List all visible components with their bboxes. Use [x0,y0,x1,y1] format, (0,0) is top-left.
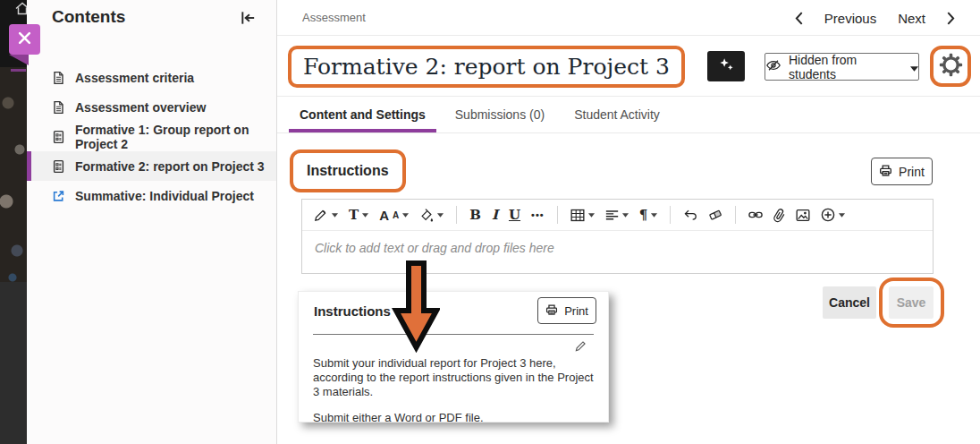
document-icon [52,100,65,115]
preview-card-title: Instructions [314,303,391,319]
sidebar-item-formative-2[interactable]: Formative 2: report on Project 3 [27,151,276,181]
preview-card-body: Submit your individual report for Projec… [313,356,597,425]
toolbar-separator [735,206,736,224]
print-button[interactable]: Print [871,158,933,185]
chevron-right-icon[interactable] [947,12,955,25]
editor-text-area[interactable]: Click to add text or drag and drop files… [302,231,933,274]
caret-down-icon [651,213,657,218]
tab-bar: Content and Settings Submissions (0) Stu… [277,97,980,133]
clear-formatting-icon[interactable] [708,209,722,221]
eye-slash-icon [765,59,781,74]
more-formatting-icon[interactable]: ••• [531,209,545,220]
ai-assist-button[interactable] [707,51,745,81]
editor-toolbar: T AA B I U ••• [302,200,933,231]
collapse-sidebar-icon[interactable] [240,10,257,30]
sidebar-title: Contents [52,7,125,27]
cancel-button[interactable]: Cancel [823,286,876,319]
app-rail [0,0,27,444]
caret-down-icon [622,213,629,218]
sidebar-item-label: Formative 2: report on Project 3 [75,159,265,174]
link-icon[interactable] [748,210,763,219]
print-label: Print [564,304,588,318]
sidebar-item-label: Summative: Individual Project [75,189,254,203]
caret-down-icon [839,213,845,218]
font-size-icon[interactable]: AA [379,208,409,223]
insert-content-icon[interactable] [821,208,845,222]
page-title: Formative 2: report on Project 3 [303,54,670,80]
underline-icon[interactable]: U [509,207,520,223]
tab-label: Submissions (0) [455,107,545,122]
tab-label: Content and Settings [300,107,426,122]
sidebar-item-label: Assessment overview [75,100,206,115]
toolbar-separator [456,206,457,224]
preview-card-divider [313,334,594,335]
sidebar-item-label: Formative 1: Group report on Project 2 [75,123,276,151]
annotation-instructions-highlight: Instructions [290,149,406,192]
print-label: Print [899,165,925,179]
course-banner-image [0,67,27,282]
italic-icon[interactable]: I [492,207,498,223]
tab-submissions[interactable]: Submissions (0) [455,97,545,132]
editor-placeholder: Click to add text or drag and drop files… [315,241,554,255]
caret-down-icon [362,213,368,218]
caret-down-icon [588,213,595,218]
home-icon[interactable] [15,2,27,19]
table-icon[interactable] [570,209,595,222]
edit-pencil-icon[interactable] [575,339,587,355]
preview-paragraph: Submit your individual report for Projec… [313,356,597,399]
assessment-editor-page: Contents Assessment criteria Assessment … [0,0,980,444]
preview-print-button[interactable]: Print [537,297,596,324]
image-icon[interactable] [796,209,810,222]
paragraph-icon[interactable]: ¶ [639,207,658,223]
instructions-editor: T AA B I U ••• [301,199,934,274]
close-panel-button[interactable] [9,24,40,55]
preview-paragraph: Submit either a Word or PDF file. [313,411,597,425]
sidebar-item-assessment-overview[interactable]: Assessment overview [27,92,276,122]
caret-down-icon [332,213,338,218]
breadcrumb: Assessment [302,11,366,24]
tab-content-and-settings[interactable]: Content and Settings [300,97,426,132]
rail-accent-bar [11,69,26,72]
caret-down-icon [437,213,444,218]
instructions-section-title: Instructions [307,163,389,179]
visibility-dropdown[interactable]: Hidden from students [765,53,919,81]
printer-icon [545,303,558,319]
sparkle-icon [718,56,735,76]
cancel-label: Cancel [829,295,870,310]
bold-icon[interactable]: B [469,207,481,223]
chevron-down-icon [910,60,918,74]
font-family-icon[interactable]: T [349,207,368,223]
fill-color-icon[interactable] [419,208,444,222]
topbar: Assessment Previous Next [277,0,980,36]
close-icon [18,31,31,48]
sidebar-item-formative-1[interactable]: Formative 1: Group report on Project 2 [27,122,276,151]
sidebar-item-summative[interactable]: Summative: Individual Project [27,181,276,210]
previous-button[interactable]: Previous [824,11,876,26]
tab-label: Student Activity [574,107,660,122]
chevron-left-icon[interactable] [795,12,803,25]
toolbar-separator [670,206,671,224]
pager: Previous Next [795,0,955,36]
assignment-icon [52,159,65,174]
text-style-icon[interactable] [314,208,338,222]
rail-lower-panel [0,282,27,444]
gear-icon[interactable] [939,53,963,81]
align-icon[interactable] [605,209,629,221]
next-button[interactable]: Next [898,11,925,26]
contents-sidebar: Contents Assessment criteria Assessment … [27,0,277,444]
undo-icon[interactable] [683,209,697,221]
close-button-fold [9,55,29,65]
toolbar-separator [557,206,558,224]
save-button[interactable]: Save [889,286,934,319]
printer-icon [879,164,892,180]
annotation-gear-highlight [930,46,971,87]
attachment-icon[interactable] [773,208,785,223]
sidebar-item-assessment-criteria[interactable]: Assessment criteria [27,63,276,92]
contents-list: Assessment criteria Assessment overview … [27,63,276,210]
caret-down-icon [402,213,409,218]
external-link-icon [52,189,65,203]
assignment-icon [52,130,65,144]
sidebar-item-label: Assessment criteria [75,71,194,85]
visibility-label: Hidden from students [789,53,903,81]
tab-student-activity[interactable]: Student Activity [574,97,660,132]
